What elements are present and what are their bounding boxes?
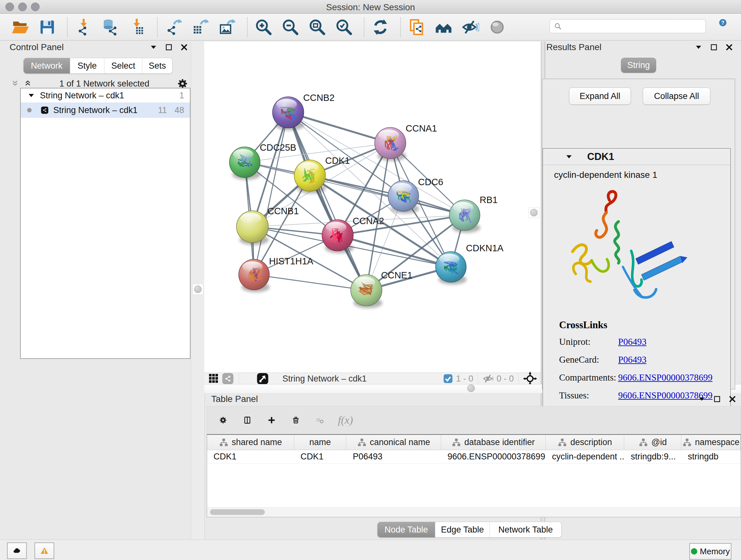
results-panel-close-icon[interactable] [725, 43, 733, 51]
network-row-selected[interactable]: String Network – cdk1 11 48 [21, 103, 190, 118]
node-CDC6[interactable] [388, 181, 419, 211]
column-header-canonical-name[interactable]: canonical name [346, 435, 441, 450]
node-CCNB2[interactable] [273, 97, 304, 128]
table-cell[interactable]: cyclin-dependent ... [546, 452, 624, 462]
search-input[interactable] [549, 19, 706, 33]
horizontal-splitter-handle[interactable] [466, 385, 476, 392]
network-type-icon [41, 106, 49, 114]
zoom-in-icon[interactable] [254, 17, 273, 37]
refresh-icon[interactable] [371, 17, 390, 37]
results-panel-title: Results Panel [546, 42, 602, 52]
node-CCNE1[interactable] [351, 274, 382, 306]
column-header-database-identifier[interactable]: database identifier [441, 435, 546, 450]
crosslink-link[interactable]: P06493 [618, 336, 647, 347]
houses-icon[interactable] [434, 17, 453, 37]
network-from-selection-icon[interactable] [407, 17, 426, 37]
tree-expand-icon[interactable] [27, 91, 36, 100]
network-view-toolbar: String Network – cdk1 1 - 0 0 - 0 [204, 373, 541, 384]
control-panel-menu-icon[interactable] [149, 43, 158, 51]
results-panel-menu-icon[interactable] [694, 43, 703, 51]
memory-button[interactable]: Memory [689, 543, 731, 560]
table-panel-menu-icon[interactable] [697, 395, 706, 403]
section-collapse-icon[interactable] [565, 152, 573, 161]
node-CDC25B[interactable] [229, 147, 260, 178]
warnings-button[interactable] [35, 543, 54, 559]
right-splitter-handle[interactable] [529, 207, 539, 218]
export-network-icon[interactable] [164, 17, 183, 37]
tab-network-table[interactable]: Network Table [490, 522, 561, 537]
node-CCNA1[interactable] [375, 127, 406, 159]
expand-all-networks-icon[interactable] [23, 79, 32, 88]
table-row[interactable]: CDK1CDK1P064939606.ENSP00000378699cyclin… [207, 450, 741, 463]
node-label-HIST1H1A: HIST1H1A [269, 256, 313, 266]
column-header-@id[interactable]: @id [624, 435, 681, 450]
import-table-icon[interactable] [128, 17, 147, 37]
results-panel-float-icon[interactable] [710, 43, 718, 51]
hide-selected-icon[interactable] [461, 17, 480, 37]
export-image-icon[interactable] [218, 17, 237, 37]
zoom-fit-icon[interactable] [308, 17, 327, 37]
cdk1-section-header[interactable]: CDK1 [543, 149, 730, 165]
node-HIST1H1A[interactable] [239, 259, 269, 290]
node-label-RB1: RB1 [480, 195, 497, 205]
add-column-icon[interactable] [263, 412, 280, 428]
collapse-all-button[interactable]: Collapse All [643, 87, 711, 105]
crosslink-row: Compartments:9606.ENSP00000378699 [559, 372, 713, 383]
table-cell[interactable]: P06493 [346, 452, 441, 462]
collapse-all-networks-icon[interactable] [11, 79, 19, 88]
table-cell[interactable]: 9606.ENSP00000378699 [441, 452, 546, 462]
search-icon [554, 22, 562, 30]
crosslink-link[interactable]: 9606.ENSP00000378699 [618, 372, 713, 382]
help-button[interactable]: ? [719, 18, 735, 35]
import-network-icon[interactable] [74, 17, 93, 37]
tab-edge-table[interactable]: Edge Table [435, 522, 490, 537]
column-header-description[interactable]: description [546, 435, 624, 450]
node-RB1[interactable] [449, 200, 480, 231]
tab-select[interactable]: Select [105, 58, 142, 73]
network-collection-row[interactable]: String Network – cdk1 1 [21, 88, 190, 103]
table-cell[interactable]: stringdb:9... [624, 452, 681, 462]
hidden-count: 0 - 0 [496, 374, 514, 384]
open-file-icon[interactable] [11, 17, 30, 37]
table-cell[interactable]: CDK1 [294, 452, 347, 462]
table-panel-close-icon[interactable] [728, 395, 737, 403]
table-cell[interactable]: stringdb [681, 452, 741, 462]
node-CDK1[interactable] [294, 160, 326, 191]
network-canvas[interactable]: CCNB2CCNA1CDC25BCDK1CDC6RB1CCNB1CCNA2CDK… [204, 42, 541, 373]
show-columns-icon[interactable] [239, 412, 256, 428]
control-panel-close-icon[interactable] [180, 43, 188, 51]
memory-status-dot [691, 548, 697, 555]
table-hscrollbar-thumb[interactable] [210, 509, 265, 515]
tab-sets[interactable]: Sets [142, 58, 172, 73]
crosslink-link[interactable]: P06493 [618, 354, 647, 365]
import-database-icon[interactable] [101, 17, 120, 37]
results-group-box: Expand All Collapse All CDK1 cyclin-depe… [542, 78, 735, 389]
delete-column-icon[interactable] [287, 412, 304, 428]
table-settings-gear-icon[interactable] [215, 412, 231, 428]
left-splitter-handle[interactable] [192, 284, 203, 295]
tab-style[interactable]: Style [70, 58, 105, 73]
column-header-shared-name[interactable]: shared name [207, 435, 294, 450]
table-cell[interactable]: CDK1 [207, 452, 294, 462]
tab-string[interactable]: String [621, 58, 656, 73]
zoom-out-icon[interactable] [281, 17, 300, 37]
expand-all-button[interactable]: Expand All [569, 87, 631, 105]
node-CCNB1[interactable] [237, 211, 268, 243]
network-label: String Network – cdk1 [53, 105, 138, 115]
crosslink-label: Compartments: [559, 372, 618, 383]
save-icon[interactable] [38, 17, 57, 37]
table-panel-float-icon[interactable] [713, 395, 721, 403]
table-hscrollbar[interactable] [207, 507, 740, 516]
zoom-selected-icon[interactable] [334, 17, 354, 37]
control-panel-float-icon[interactable] [165, 43, 173, 51]
column-header-namespace[interactable]: namespace [681, 435, 741, 450]
node-CCNA2[interactable] [322, 220, 353, 251]
export-table-icon[interactable] [191, 17, 210, 37]
column-header-name[interactable]: name [294, 435, 347, 450]
tab-network[interactable]: Network [23, 58, 70, 73]
node-label-CCNA2: CCNA2 [353, 216, 384, 226]
tab-node-table[interactable]: Node Table [378, 522, 435, 537]
node-CDKN1A[interactable] [435, 252, 466, 282]
cloud-button[interactable] [7, 543, 27, 559]
control-panel: Control Panel Network Style Select Sets … [3, 42, 191, 538]
